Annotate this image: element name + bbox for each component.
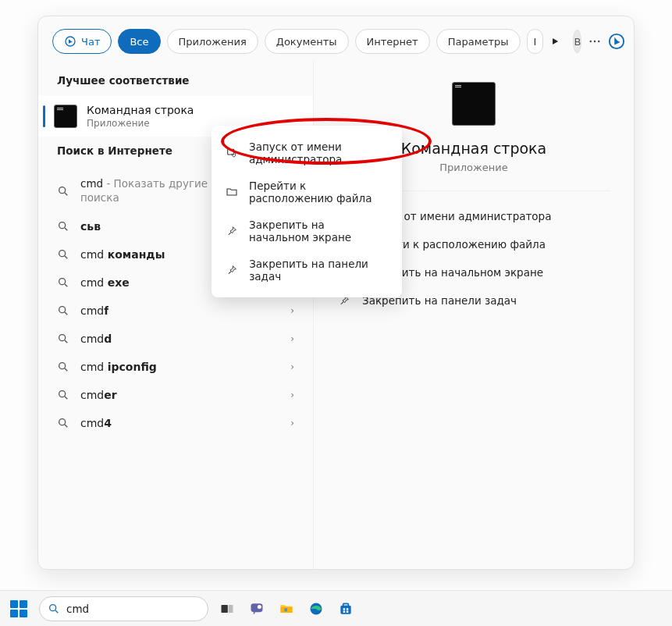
result-title: Командная строка — [87, 104, 194, 116]
svg-point-17 — [59, 363, 66, 369]
result-text: Командная строка Приложение — [87, 104, 194, 129]
svg-point-2 — [594, 41, 596, 42]
svg-point-13 — [59, 307, 66, 313]
taskview-icon — [219, 601, 235, 617]
svg-line-18 — [65, 368, 67, 371]
taskbar-taskview[interactable] — [215, 596, 240, 621]
details-title: Командная строка — [401, 140, 547, 157]
user-avatar[interactable]: В — [573, 30, 581, 53]
tab-all[interactable]: Все — [118, 29, 160, 54]
web-result-item[interactable]: cmdf › — [41, 297, 310, 325]
tab-params-label: Параметры — [448, 36, 509, 48]
windows-logo-tile — [20, 600, 27, 608]
taskbar-store[interactable] — [333, 596, 358, 621]
ctx-pin-to-taskbar[interactable]: Закрепить на панели задач — [215, 251, 399, 290]
web-result-item[interactable]: cmd ipconfig › — [41, 353, 310, 381]
svg-line-8 — [65, 228, 67, 230]
svg-rect-36 — [343, 608, 346, 610]
start-button[interactable] — [5, 595, 33, 623]
tab-chat-label: Чат — [81, 36, 100, 48]
svg-line-22 — [65, 425, 67, 427]
windows-logo-tile — [20, 610, 27, 617]
more-options-button[interactable] — [588, 30, 602, 53]
svg-rect-27 — [222, 605, 228, 613]
taskbar — [0, 590, 672, 626]
web-result-item[interactable]: cmder › — [41, 381, 310, 409]
ctx-pin-to-start[interactable]: Закрепить на начальном экране — [215, 212, 399, 251]
details-subtitle: Приложение — [439, 162, 507, 173]
tab-apps[interactable]: Приложения — [167, 29, 258, 54]
search-icon — [57, 333, 69, 345]
svg-point-3 — [598, 41, 599, 42]
web-result-item[interactable]: cmdd › — [41, 325, 310, 353]
taskbar-chat[interactable] — [244, 596, 269, 621]
windows-search-panel: Чат Все Приложения Документы Интернет Па… — [37, 16, 635, 570]
tab-chat[interactable]: Чат — [52, 29, 112, 54]
search-icon — [57, 248, 69, 261]
svg-rect-24 — [228, 149, 234, 155]
chevron-right-icon: › — [290, 305, 294, 316]
tab-params[interactable]: Параметры — [436, 29, 521, 54]
avatar-letter: В — [574, 36, 581, 48]
taskbar-file-explorer[interactable] — [274, 596, 299, 621]
svg-point-19 — [59, 391, 66, 397]
pin-icon — [226, 224, 238, 238]
tab-all-label: Все — [130, 36, 148, 48]
ctx-open-file-location[interactable]: Перейти к расположению файла — [215, 173, 399, 212]
store-icon — [338, 601, 354, 617]
tabs-scroll-right-button[interactable] — [549, 30, 560, 53]
svg-rect-28 — [229, 605, 233, 613]
search-icon — [57, 361, 69, 373]
chevron-right-icon: › — [290, 389, 294, 400]
search-icon — [57, 220, 69, 233]
taskbar-search-input[interactable] — [66, 603, 200, 615]
svg-rect-35 — [343, 603, 349, 606]
web-result-label: cmd4 — [80, 417, 112, 429]
web-result-item[interactable]: cmd4 › — [41, 409, 310, 437]
tab-web[interactable]: Интернет — [355, 29, 430, 54]
tab-truncated[interactable]: I — [527, 29, 544, 54]
cmd-app-icon-large — [452, 82, 496, 126]
web-result-label: cьв — [80, 220, 101, 233]
folder-icon — [226, 185, 238, 199]
svg-point-15 — [59, 335, 66, 341]
best-match-heading: Лучшее соответствие — [38, 66, 313, 96]
web-result-label: cmd ipconfig — [80, 361, 157, 373]
context-menu: Запуск от имени администратора Перейти к… — [212, 126, 402, 297]
web-result-label: cmdf — [80, 304, 108, 317]
chat-icon — [249, 601, 265, 617]
tab-docs-label: Документы — [276, 36, 337, 48]
svg-point-11 — [59, 279, 66, 285]
svg-point-5 — [59, 187, 66, 193]
search-icon — [57, 185, 69, 197]
svg-line-16 — [65, 340, 67, 343]
ctx-item-label: Запуск от имени администратора — [249, 140, 388, 165]
svg-point-21 — [59, 419, 66, 425]
tabs-row: Чат Все Приложения Документы Интернет Па… — [38, 16, 634, 60]
play-icon — [549, 36, 560, 47]
svg-point-9 — [59, 251, 66, 257]
taskbar-pinned-apps — [215, 596, 358, 621]
folder-icon — [279, 601, 294, 617]
svg-rect-39 — [347, 610, 349, 613]
tab-docs[interactable]: Документы — [265, 29, 349, 54]
taskbar-search[interactable] — [39, 596, 208, 621]
svg-line-10 — [65, 256, 67, 258]
ctx-run-as-admin[interactable]: Запуск от имени администратора — [215, 133, 399, 173]
taskbar-edge[interactable] — [304, 596, 329, 621]
pin-icon — [226, 263, 238, 277]
web-result-label: cmder — [80, 389, 117, 401]
chevron-right-icon: › — [290, 418, 294, 429]
svg-point-30 — [258, 605, 261, 609]
svg-line-14 — [65, 312, 67, 315]
bing-icon — [608, 33, 625, 50]
svg-point-7 — [59, 222, 66, 229]
search-icon — [57, 417, 69, 429]
search-icon — [57, 304, 69, 317]
web-result-label: cmd exe — [80, 276, 130, 289]
bing-button[interactable] — [608, 30, 625, 53]
svg-rect-38 — [343, 610, 346, 613]
web-result-label: cmd команды — [80, 248, 165, 261]
windows-logo-tile — [10, 600, 18, 608]
svg-line-6 — [65, 193, 67, 195]
